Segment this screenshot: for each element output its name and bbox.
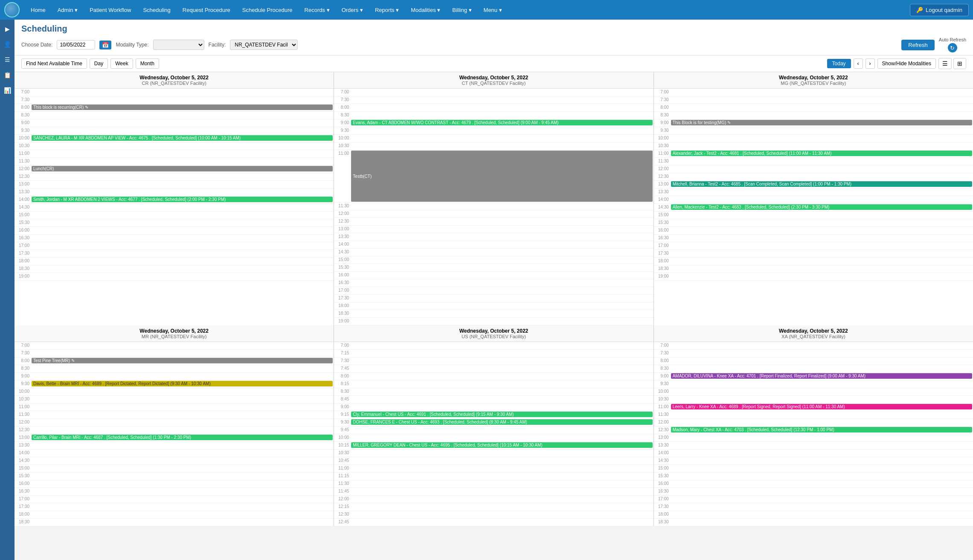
- refresh-button[interactable]: Refresh: [901, 40, 935, 50]
- event[interactable]: MILLER, GREGORY DEAN - Chest US - Acc: 4…: [351, 442, 652, 448]
- time-row: 18:30: [15, 519, 334, 526]
- time-row: 10:30: [334, 450, 653, 457]
- date-input[interactable]: [57, 40, 95, 49]
- schedule-bottom-row: Wednesday, October 5, 2022 MR (NR_QATEST…: [15, 325, 973, 526]
- time-row: 13:30: [654, 442, 973, 450]
- time-row: 14:00: [654, 450, 973, 457]
- next-button[interactable]: ›: [866, 58, 875, 69]
- nav-billing[interactable]: Billing ▾: [446, 0, 477, 20]
- time-row: 14:00: [334, 241, 653, 249]
- nav-admin[interactable]: Admin ▾: [52, 0, 84, 20]
- time-row: 11:00: [334, 465, 653, 473]
- time-row: 12:00: [654, 165, 973, 173]
- facility-select[interactable]: NR_QATESTDEV Facil: [230, 40, 298, 50]
- time-row: 9:30DOHSE, FRANCES E - Chest US - Acc: 4…: [334, 419, 653, 427]
- event[interactable]: This Block is for testing(MG) ✎: [671, 120, 972, 125]
- sidebar-icon-list[interactable]: ☰: [2, 55, 12, 65]
- ct-facility: CT (NR_QATESTDEV Facility): [336, 81, 651, 86]
- schedule-top-row: Wednesday, October 5, 2022 CR (NR_QATEST…: [15, 72, 973, 325]
- auto-refresh-label: Auto Refresh: [939, 37, 966, 42]
- time-row: 14:00Smith, Jordan - M XR ABDOMEN 2 VIEW…: [15, 196, 334, 204]
- event[interactable]: Mitchell, Brianna - Test2 - Acc: 4685 . …: [671, 181, 972, 187]
- time-row: 12:30: [654, 173, 973, 181]
- event[interactable]: Evans, Adam - CT ABDOMEN W/WO CONTRAST -…: [351, 120, 652, 125]
- auto-refresh-icon[interactable]: ↻: [948, 43, 957, 52]
- mr-date: Wednesday, October 5, 2022: [16, 328, 332, 334]
- modality-type-select[interactable]: [153, 40, 204, 50]
- nav-schedule-procedure[interactable]: Schedule Procedure: [236, 0, 299, 20]
- time-row: 8:00: [334, 104, 653, 112]
- event[interactable]: DOHSE, FRANCES E - Chest US - Acc: 4693 …: [351, 419, 652, 425]
- mg-panel-header: Wednesday, October 5, 2022 MG (NR_QATEST…: [654, 72, 973, 89]
- calendar-icon-button[interactable]: 📅: [99, 41, 111, 49]
- prev-button[interactable]: ‹: [854, 58, 863, 69]
- month-view-button[interactable]: Month: [136, 58, 159, 69]
- day-view-button[interactable]: Day: [90, 58, 108, 69]
- xa-panel: Wednesday, October 5, 2022 XA (NR_QATEST…: [654, 325, 973, 526]
- time-row: 10:00: [654, 135, 973, 142]
- nav-request-procedure[interactable]: Request Procedure: [177, 0, 236, 20]
- xa-panel-header: Wednesday, October 5, 2022 XA (NR_QATEST…: [654, 325, 973, 342]
- nav-records[interactable]: Records ▾: [299, 0, 336, 20]
- event[interactable]: Allen, Mackenzie - Test2 - Acc: 4683 . […: [671, 204, 972, 210]
- event[interactable]: AMADOR, DILUVINA - Knee XA - Acc: 4701 .…: [671, 373, 972, 379]
- list-layout-button[interactable]: ☰: [938, 58, 952, 69]
- time-row: 16:30: [654, 235, 973, 242]
- time-row: 9:30: [334, 127, 653, 135]
- layout-icons: ☰ ⊞: [938, 58, 966, 69]
- nav-reports[interactable]: Reports ▾: [369, 0, 405, 20]
- week-view-button[interactable]: Week: [110, 58, 133, 69]
- nav-patient-workflow[interactable]: Patient Workflow: [84, 0, 137, 20]
- time-row: 15:00: [15, 212, 334, 219]
- event[interactable]: Davis, Bette - Brain MRI - Acc: 4689 . […: [32, 381, 333, 386]
- time-row: 10:00: [334, 434, 653, 442]
- time-row: 12:00: [334, 210, 653, 218]
- time-row: 10:30: [334, 142, 653, 150]
- time-row: 12:30: [15, 427, 334, 434]
- nav-menu[interactable]: Menu ▾: [478, 0, 508, 20]
- event[interactable]: Smith, Jordan - M XR ABDOMEN 2 VIEWS - A…: [32, 197, 333, 202]
- event[interactable]: Madson, Mary - Chest XA - Acc: 4703 . [S…: [671, 427, 972, 432]
- event[interactable]: This block is recurring(CR) ✎: [32, 104, 333, 110]
- sidebar-icon-person[interactable]: 👤: [2, 39, 12, 49]
- time-row: 13:00: [15, 181, 334, 189]
- sidebar-icon-arrow[interactable]: ▶: [2, 24, 12, 34]
- main-layout: ▶ 👤 ☰ 📋 📊 Scheduling Choose Date: 📅 Moda…: [0, 20, 973, 560]
- time-row: 18:30: [15, 265, 334, 273]
- time-row: 12:00: [15, 419, 334, 427]
- event[interactable]: Carrillo, Pilar - Brain MRI - Acc: 4687 …: [32, 435, 333, 440]
- event[interactable]: Leers, Larry - Knee XA - Acc: 4689 . [Re…: [671, 404, 972, 409]
- nav-home[interactable]: Home: [25, 0, 52, 20]
- us-facility: US (NR_QATESTDEV Facility): [336, 334, 651, 339]
- logout-button[interactable]: 🔑 Logout qadmin: [910, 4, 969, 16]
- event[interactable]: Alexander, Jack - Test2 - Acc: 4681 . [S…: [671, 151, 972, 156]
- time-row: 14:30: [15, 204, 334, 212]
- time-row: 13:30: [15, 442, 334, 450]
- time-row: 8:30.: [15, 112, 334, 119]
- time-row: 17:00: [15, 496, 334, 503]
- mr-time-grid: 7:00 7:30 8:00Test Pine Tree(MR) ✎ 8:30 …: [15, 342, 334, 526]
- nav-modalities[interactable]: Modalities ▾: [405, 0, 446, 20]
- show-hide-button[interactable]: Show/Hide Modalities: [877, 58, 936, 69]
- event[interactable]: Lunch(CR): [32, 166, 333, 171]
- event[interactable]: Test Pine Tree(MR) ✎: [32, 358, 333, 363]
- today-button[interactable]: Today: [827, 59, 851, 68]
- time-row: 7:00: [654, 89, 973, 96]
- grid-layout-button[interactable]: ⊞: [953, 58, 966, 69]
- nav-orders[interactable]: Orders ▾: [336, 0, 369, 20]
- nav-scheduling[interactable]: Scheduling: [137, 0, 176, 20]
- mg-panel: Wednesday, October 5, 2022 MG (NR_QATEST…: [654, 72, 973, 325]
- time-row: 8:45: [334, 396, 653, 403]
- event[interactable]: SANCHEZ, LAURA - M XR ABDOMEN AP VIEW - …: [32, 135, 333, 141]
- cr-time-grid: 7:00 7:30 8:00This block is recurring(CR…: [15, 89, 334, 281]
- event[interactable]: Testb(CT): [351, 151, 652, 202]
- time-row: 13:30: [654, 189, 973, 196]
- time-row: 17:00: [334, 287, 653, 295]
- find-next-button[interactable]: Find Next Available Time: [21, 58, 87, 69]
- event[interactable]: Cly, Emmanuel - Chest US - Acc: 4691 . […: [351, 412, 652, 417]
- sidebar-icon-clipboard[interactable]: 📋: [2, 70, 12, 80]
- sidebar-icon-chart[interactable]: 📊: [2, 85, 12, 96]
- time-row: 8:00: [654, 104, 973, 112]
- time-row: 18:00: [654, 258, 973, 265]
- time-row: 7:30: [654, 350, 973, 357]
